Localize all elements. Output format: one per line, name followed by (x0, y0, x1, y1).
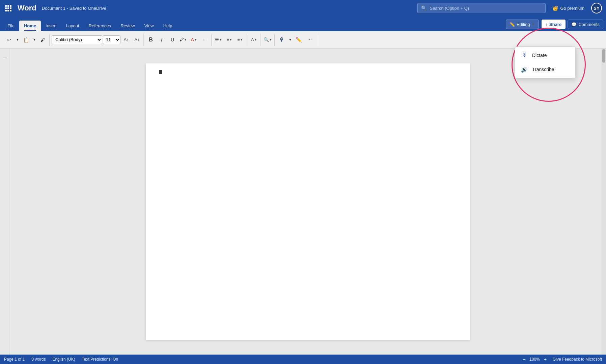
zoom-controls: − 100% + (521, 356, 549, 363)
share-button[interactable]: ↑ Share (542, 20, 566, 29)
document-page[interactable] (146, 63, 470, 340)
numbering-button[interactable]: ≡▼ (224, 35, 235, 45)
tab-view[interactable]: View (140, 21, 159, 31)
font-size-select[interactable]: 11 (103, 35, 120, 44)
title-bar: Word Document 1 - Saved to OneDrive 🔍 Se… (0, 0, 606, 16)
chevron-down-icon: ▼ (532, 23, 535, 26)
transcribe-menu-label: Transcribe (532, 67, 554, 72)
font-color-button[interactable]: A▼ (189, 35, 199, 45)
page-info: Page 1 of 1 (4, 357, 25, 362)
search-placeholder: Search (Option + Q) (430, 6, 469, 11)
transcribe-icon: 🔊 (521, 66, 528, 73)
ribbon-tabs: File Home Insert Layout References Revie… (0, 16, 606, 31)
dictate-menu-item[interactable]: 🎙 Dictate (515, 48, 575, 62)
pencil-icon: ✏️ (509, 22, 515, 27)
more-options-button[interactable]: ⋯ (304, 35, 314, 45)
clipboard-dropdown[interactable]: ▼ (32, 35, 37, 45)
dictate-button[interactable]: 🎙 (277, 35, 287, 45)
status-bar: Page 1 of 1 0 words English (UK) Text Pr… (0, 355, 606, 364)
go-premium-button[interactable]: 👑 Go premium (550, 4, 587, 12)
font-shrink-button[interactable]: A↓ (132, 35, 142, 45)
undo-dropdown[interactable]: ▼ (15, 35, 20, 45)
italic-button[interactable]: I (157, 35, 167, 45)
tab-insert[interactable]: Insert (41, 21, 61, 31)
user-initials: SY (594, 6, 599, 11)
find-group: 🔍▼ (261, 34, 275, 46)
tab-references[interactable]: References (84, 21, 116, 31)
tab-review[interactable]: Review (116, 21, 140, 31)
voice-dropdown-menu: 🎙 Dictate 🔊 Transcribe (515, 47, 576, 78)
status-right: − 100% + Give Feedback to Microsoft (521, 356, 602, 363)
zoom-out-button[interactable]: − (521, 356, 527, 363)
dictate-dropdown[interactable]: ▼ (287, 35, 293, 45)
transcribe-menu-item[interactable]: 🔊 Transcribe (515, 62, 575, 77)
text-cursor (159, 70, 162, 74)
vertical-ruler: │ (0, 49, 9, 355)
paragraph-align-button[interactable]: ≡▼ (235, 35, 245, 45)
app-grid-icon[interactable] (4, 5, 12, 11)
feedback-link[interactable]: Give Feedback to Microsoft (553, 357, 602, 362)
user-avatar[interactable]: SY (591, 3, 602, 13)
comments-button[interactable]: 💬 Comments (568, 20, 603, 29)
format-group: B I U 🖍▼ A▼ ··· (144, 34, 212, 46)
share-label: Share (549, 22, 561, 27)
crown-icon: 👑 (552, 5, 558, 11)
font-group: Calibri (Body) 11 A↑ A↓ (50, 34, 144, 46)
styles-button[interactable]: A▼ (249, 35, 259, 45)
underline-button[interactable]: U (167, 35, 177, 45)
word-count: 0 words (31, 357, 46, 362)
zoom-level: 100% (529, 357, 540, 362)
vertical-scrollbar[interactable] (601, 49, 606, 355)
zoom-in-button[interactable]: + (542, 356, 549, 363)
comment-icon: 💬 (571, 22, 577, 27)
search-icon: 🔍 (421, 5, 427, 11)
undo-redo-group: ↩ ▼ 📋 ▼ 🖌 (3, 34, 50, 46)
document-scroll-area[interactable] (9, 49, 606, 355)
search-box[interactable]: 🔍 Search (Option + Q) (417, 3, 546, 13)
clipboard-button[interactable]: 📋 (21, 35, 31, 45)
highlight-color-button[interactable]: 🖍▼ (178, 35, 188, 45)
font-grow-button[interactable]: A↑ (121, 35, 131, 45)
bullets-button[interactable]: ☰▼ (214, 35, 224, 45)
list-align-group: ☰▼ ≡▼ ≡▼ (212, 34, 247, 46)
tab-home[interactable]: Home (19, 21, 41, 31)
rewrite-button[interactable]: ✏️ (294, 35, 304, 45)
go-premium-label: Go premium (560, 6, 584, 11)
editing-label: Editing (517, 22, 530, 27)
voice-group: 🎙 ▼ ✏️ ⋯ (275, 34, 316, 46)
language: English (UK) (52, 357, 75, 362)
find-button[interactable]: 🔍▼ (263, 35, 273, 45)
tab-file[interactable]: File (3, 21, 19, 31)
doc-title: Document 1 - Saved to OneDrive (42, 6, 106, 11)
text-predictions: Text Predictions: On (82, 357, 118, 362)
scroll-thumb[interactable] (602, 49, 605, 63)
tab-help[interactable]: Help (159, 21, 177, 31)
editing-mode-button[interactable]: ✏️ Editing ▼ (506, 20, 539, 29)
styles-group: A▼ (248, 34, 261, 46)
comments-label: Comments (578, 22, 600, 27)
share-icon: ↑ (546, 22, 548, 27)
dictate-icon: 🎙 (521, 52, 528, 59)
content-area: │ (0, 49, 606, 355)
dictate-menu-label: Dictate (532, 53, 547, 58)
format-painter-button[interactable]: 🖌 (38, 35, 48, 45)
font-name-select[interactable]: Calibri (Body) (52, 35, 102, 44)
tab-layout[interactable]: Layout (61, 21, 84, 31)
more-format-button[interactable]: ··· (200, 35, 210, 45)
bold-button[interactable]: B (146, 35, 156, 45)
toolbar: ↩ ▼ 📋 ▼ 🖌 Calibri (Body) 11 A↑ A↓ B I U … (0, 31, 606, 49)
undo-button[interactable]: ↩ (4, 35, 14, 45)
word-logo: Word (18, 4, 36, 12)
